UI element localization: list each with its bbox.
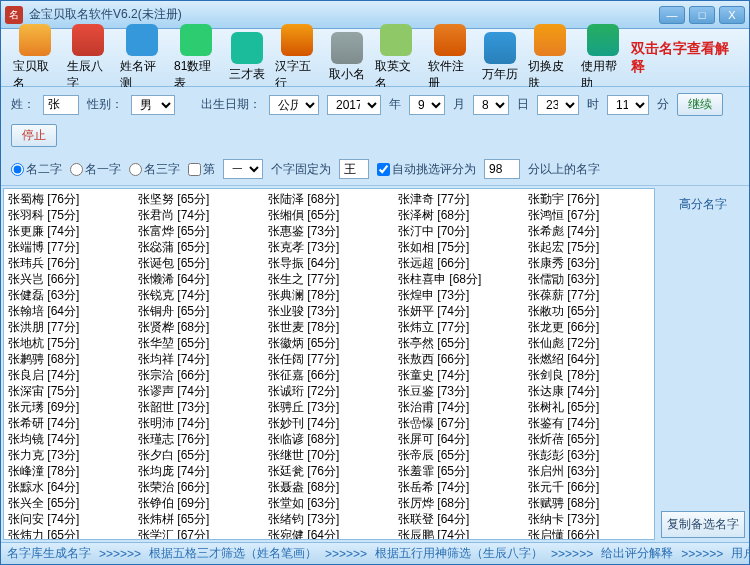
name-item[interactable]: 张敖西 [66分] xyxy=(398,351,520,367)
name-item[interactable]: 张堂如 [63分] xyxy=(268,495,390,511)
year-select[interactable]: 2017 xyxy=(327,95,381,115)
name-item[interactable]: 张鹣骋 [68分] xyxy=(8,351,130,367)
name-item[interactable]: 张廷瓮 [76分] xyxy=(268,463,390,479)
name-item[interactable]: 张铮伯 [69分] xyxy=(138,495,260,511)
name-item[interactable]: 张达康 [74分] xyxy=(528,383,650,399)
name-item[interactable]: 张铜舟 [65分] xyxy=(138,303,260,319)
name-item[interactable]: 张津奇 [77分] xyxy=(398,191,520,207)
opt-3char[interactable]: 名三字 xyxy=(129,161,180,178)
opt-2char[interactable]: 名二字 xyxy=(11,161,62,178)
tb-skin[interactable]: 切换皮肤 xyxy=(524,22,576,94)
high-score-label[interactable]: 高分名字 xyxy=(661,190,745,219)
tb-wuxing[interactable]: 汉字五行 xyxy=(271,22,323,94)
name-item[interactable]: 张坚努 [65分] xyxy=(138,191,260,207)
fixed-char-check[interactable]: 第 xyxy=(188,161,215,178)
tb-baby-name[interactable]: 宝贝取名 xyxy=(9,22,61,94)
fixed-pos-select[interactable]: 一 xyxy=(223,159,263,179)
name-item[interactable]: 张彭彭 [63分] xyxy=(528,447,650,463)
name-item[interactable]: 张希研 [74分] xyxy=(8,415,130,431)
name-item[interactable]: 张临谚 [68分] xyxy=(268,431,390,447)
name-item[interactable]: 张诚珩 [72分] xyxy=(268,383,390,399)
name-item[interactable]: 张柱喜申 [68分] xyxy=(398,271,520,287)
name-item[interactable]: 张继世 [70分] xyxy=(268,447,390,463)
name-item[interactable]: 张贤桦 [68分] xyxy=(138,319,260,335)
name-item[interactable]: 张燃绍 [64分] xyxy=(528,351,650,367)
name-item[interactable]: 张问安 [74分] xyxy=(8,511,130,527)
name-item[interactable]: 张缃傊 [65分] xyxy=(268,207,390,223)
name-item[interactable]: 张骋丘 [73分] xyxy=(268,399,390,415)
name-item[interactable]: 张厉烨 [68分] xyxy=(398,495,520,511)
name-item[interactable]: 张希彪 [74分] xyxy=(528,223,650,239)
tb-name-test[interactable]: 姓名评测 xyxy=(116,22,168,94)
name-item[interactable]: 张均镜 [74分] xyxy=(8,431,130,447)
name-item[interactable]: 张妍平 [74分] xyxy=(398,303,520,319)
name-item[interactable]: 张洪朋 [77分] xyxy=(8,319,130,335)
name-item[interactable]: 张起宏 [75分] xyxy=(528,239,650,255)
name-item[interactable]: 张煌申 [73分] xyxy=(398,287,520,303)
name-item[interactable]: 张黥水 [64分] xyxy=(8,479,130,495)
name-item[interactable]: 张鉴有 [74分] xyxy=(528,415,650,431)
name-item[interactable]: 张陆泽 [68分] xyxy=(268,191,390,207)
checkbox-auto[interactable] xyxy=(377,163,390,176)
name-list[interactable]: 张蜀梅 [76分]张羽科 [75分]张更廉 [74分]张端博 [77分]张玮兵 … xyxy=(3,188,655,540)
name-item[interactable]: 张羞霏 [65分] xyxy=(398,463,520,479)
month-select[interactable]: 9 xyxy=(409,95,445,115)
name-item[interactable]: 张谬声 [74分] xyxy=(138,383,260,399)
tb-english-name[interactable]: 取英文名 xyxy=(371,22,423,94)
name-item[interactable]: 张绪钧 [73分] xyxy=(268,511,390,527)
name-item[interactable]: 张惠鉴 [73分] xyxy=(268,223,390,239)
name-item[interactable]: 张远超 [66分] xyxy=(398,255,520,271)
name-item[interactable]: 张炜栟 [65分] xyxy=(138,511,260,527)
name-item[interactable]: 张惢蒲 [65分] xyxy=(138,239,260,255)
name-item[interactable]: 张深宙 [75分] xyxy=(8,383,130,399)
name-item[interactable]: 张端博 [77分] xyxy=(8,239,130,255)
day-select[interactable]: 8 xyxy=(473,95,509,115)
opt-1char[interactable]: 名一字 xyxy=(70,161,121,178)
name-item[interactable]: 张炜力 [65分] xyxy=(8,527,130,540)
name-item[interactable]: 张豆鉴 [73分] xyxy=(398,383,520,399)
fixed-char-input[interactable] xyxy=(339,159,369,179)
name-item[interactable]: 张业骏 [73分] xyxy=(268,303,390,319)
name-item[interactable]: 张汀中 [70分] xyxy=(398,223,520,239)
calendar-select[interactable]: 公历 xyxy=(269,95,319,115)
name-item[interactable]: 张明沛 [74分] xyxy=(138,415,260,431)
stop-button[interactable]: 停止 xyxy=(11,124,57,147)
name-item[interactable]: 张勤宇 [76分] xyxy=(528,191,650,207)
name-item[interactable]: 张宗洽 [66分] xyxy=(138,367,260,383)
name-item[interactable]: 张世麦 [78分] xyxy=(268,319,390,335)
name-item[interactable]: 张更廉 [74分] xyxy=(8,223,130,239)
name-item[interactable]: 张生之 [77分] xyxy=(268,271,390,287)
name-item[interactable]: 张康秀 [63分] xyxy=(528,255,650,271)
minimize-button[interactable]: — xyxy=(659,6,685,24)
minute-select[interactable]: 11 xyxy=(607,95,649,115)
tb-help[interactable]: 使用帮助 xyxy=(577,22,629,94)
name-item[interactable]: 张宛健 [64分] xyxy=(268,527,390,540)
radio-2char[interactable] xyxy=(11,163,24,176)
name-item[interactable]: 张克孝 [73分] xyxy=(268,239,390,255)
tb-bazi[interactable]: 生辰八字 xyxy=(63,22,115,94)
name-item[interactable]: 张君尚 [74分] xyxy=(138,207,260,223)
name-item[interactable]: 张童史 [74分] xyxy=(398,367,520,383)
auto-filter-check[interactable]: 自动挑选评分为 xyxy=(377,161,476,178)
radio-1char[interactable] xyxy=(70,163,83,176)
name-item[interactable]: 张典澜 [78分] xyxy=(268,287,390,303)
name-item[interactable]: 张元璓 [69分] xyxy=(8,399,130,415)
maximize-button[interactable]: □ xyxy=(689,6,715,24)
name-item[interactable]: 张屏可 [64分] xyxy=(398,431,520,447)
name-item[interactable]: 张仙彪 [72分] xyxy=(528,335,650,351)
name-item[interactable]: 张峰潼 [78分] xyxy=(8,463,130,479)
name-item[interactable]: 张儒勖 [63分] xyxy=(528,271,650,287)
name-item[interactable]: 张敝功 [65分] xyxy=(528,303,650,319)
name-item[interactable]: 张启懂 [66分] xyxy=(528,527,650,540)
name-item[interactable]: 张力克 [73分] xyxy=(8,447,130,463)
name-item[interactable]: 张征嘉 [66分] xyxy=(268,367,390,383)
name-item[interactable]: 张赋骋 [68分] xyxy=(528,495,650,511)
name-item[interactable]: 张泽树 [68分] xyxy=(398,207,520,223)
name-item[interactable]: 张良启 [74分] xyxy=(8,367,130,383)
name-item[interactable]: 张联登 [64分] xyxy=(398,511,520,527)
name-item[interactable]: 张岳希 [74分] xyxy=(398,479,520,495)
name-item[interactable]: 张聂盎 [68分] xyxy=(268,479,390,495)
name-item[interactable]: 张徽炳 [65分] xyxy=(268,335,390,351)
name-item[interactable]: 张韶世 [73分] xyxy=(138,399,260,415)
name-item[interactable]: 张学汇 [67分] xyxy=(138,527,260,540)
